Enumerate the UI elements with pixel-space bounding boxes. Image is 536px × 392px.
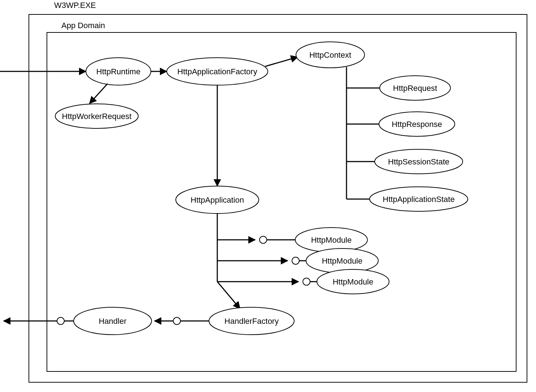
node-httpsessionstate: HttpSessionState xyxy=(375,149,463,174)
node-httprequest: HttpRequest xyxy=(380,76,450,100)
label-handler: Handler xyxy=(99,317,126,326)
node-handler: Handler xyxy=(74,307,152,335)
label-httpapplication: HttpApplication xyxy=(191,195,244,204)
port-handler xyxy=(173,317,180,325)
label-httpcontext: HttpContext xyxy=(309,50,351,60)
port-module-2 xyxy=(292,257,299,264)
edge-handlerfactory-handler xyxy=(154,317,209,325)
port-module-3 xyxy=(303,278,310,285)
node-httpworkerrequest: HttpWorkerRequest xyxy=(55,104,138,128)
node-httpmodule-1: HttpModule xyxy=(295,228,367,252)
edge-handler-out xyxy=(4,317,74,325)
label-httpruntime: HttpRuntime xyxy=(96,67,140,76)
label-httpmodule-3: HttpModule xyxy=(333,277,374,286)
node-httpapplicationfactory: HttpApplicationFactory xyxy=(167,58,268,85)
label-httpworkerrequest: HttpWorkerRequest xyxy=(62,112,132,121)
edge-application-handlerfactory xyxy=(217,282,240,309)
port-out xyxy=(57,317,64,325)
outer-title: W3WP.EXE xyxy=(54,1,96,10)
label-httpmodule-1: HttpModule xyxy=(311,235,352,245)
edge-factory-context xyxy=(265,57,298,66)
label-httpresponse: HttpResponse xyxy=(392,120,442,129)
node-handlerfactory: HandlerFactory xyxy=(209,307,294,335)
edge-runtime-worker xyxy=(90,84,108,103)
node-httpmodule-2: HttpModule xyxy=(306,248,378,273)
node-httpapplicationstate: HttpApplicationState xyxy=(370,187,468,211)
label-httpapplicationstate: HttpApplicationState xyxy=(383,195,454,204)
label-httprequest: HttpRequest xyxy=(393,84,437,93)
port-module-1 xyxy=(260,236,267,243)
node-httpapplication: HttpApplication xyxy=(176,186,259,213)
context-children-tree xyxy=(347,67,380,199)
node-httpmodule-3: HttpModule xyxy=(317,269,389,294)
inner-title: App Domain xyxy=(61,21,105,30)
node-httpruntime: HttpRuntime xyxy=(86,58,151,85)
application-tree xyxy=(217,213,317,309)
label-httpapplicationfactory: HttpApplicationFactory xyxy=(177,67,257,76)
label-httpsessionstate: HttpSessionState xyxy=(388,157,449,166)
node-httpresponse: HttpResponse xyxy=(379,112,455,136)
label-handlerfactory: HandlerFactory xyxy=(225,317,279,326)
label-httpmodule-2: HttpModule xyxy=(322,256,363,265)
node-httpcontext: HttpContext xyxy=(296,42,365,68)
